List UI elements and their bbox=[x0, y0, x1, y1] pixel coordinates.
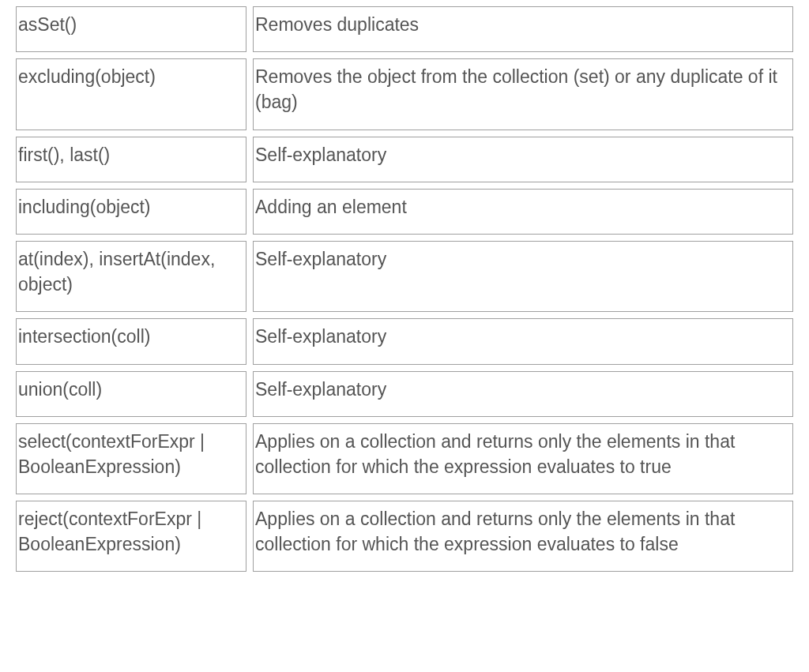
table-row: at(index), insertAt(index, object) Self-… bbox=[16, 241, 793, 312]
description-cell: Applies on a collection and returns only… bbox=[253, 423, 793, 494]
description-cell: Self-explanatory bbox=[253, 318, 793, 364]
operations-table: asSet() Removes duplicates excluding(obj… bbox=[9, 0, 800, 578]
table-row: including(object) Adding an element bbox=[16, 189, 793, 235]
table-row: intersection(coll) Self-explanatory bbox=[16, 318, 793, 364]
operation-cell: at(index), insertAt(index, object) bbox=[16, 241, 246, 312]
description-cell: Self-explanatory bbox=[253, 241, 793, 312]
operation-cell: first(), last() bbox=[16, 137, 246, 182]
operation-cell: asSet() bbox=[16, 6, 246, 52]
table-row: reject(contextForExpr | BooleanExpressio… bbox=[16, 501, 793, 572]
table-row: select(contextForExpr | BooleanExpressio… bbox=[16, 423, 793, 494]
operation-cell: union(coll) bbox=[16, 371, 246, 417]
description-cell: Self-explanatory bbox=[253, 137, 793, 182]
description-cell: Adding an element bbox=[253, 189, 793, 235]
description-cell: Self-explanatory bbox=[253, 371, 793, 417]
operation-cell: including(object) bbox=[16, 189, 246, 235]
table-row: excluding(object) Removes the object fro… bbox=[16, 58, 793, 130]
table-row: asSet() Removes duplicates bbox=[16, 6, 793, 52]
operation-cell: intersection(coll) bbox=[16, 318, 246, 364]
description-cell: Removes the object from the collection (… bbox=[253, 58, 793, 130]
description-cell: Removes duplicates bbox=[253, 6, 793, 52]
operation-cell: select(contextForExpr | BooleanExpressio… bbox=[16, 423, 246, 494]
table-row: first(), last() Self-explanatory bbox=[16, 137, 793, 182]
table-row: union(coll) Self-explanatory bbox=[16, 371, 793, 417]
operation-cell: excluding(object) bbox=[16, 58, 246, 130]
description-cell: Applies on a collection and returns only… bbox=[253, 501, 793, 572]
operation-cell: reject(contextForExpr | BooleanExpressio… bbox=[16, 501, 246, 572]
